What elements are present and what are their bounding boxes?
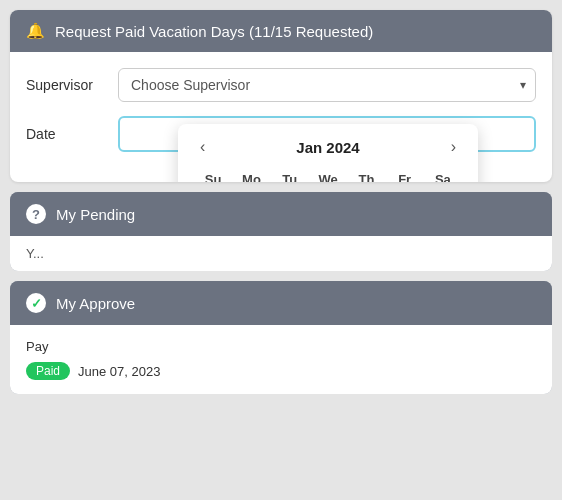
prev-month-button[interactable]: ‹ bbox=[194, 136, 211, 158]
supervisor-label: Supervisor bbox=[26, 77, 106, 93]
pending-body-text: Y... bbox=[26, 246, 44, 261]
pending-section: ? My Pending Y... bbox=[10, 192, 552, 271]
pending-header: ? My Pending bbox=[10, 192, 552, 236]
supervisor-select-wrapper: Choose Supervisor ▾ bbox=[118, 68, 536, 102]
day-header-mo: Mo bbox=[232, 168, 270, 182]
request-header: 🔔 Request Paid Vacation Days (11/15 Requ… bbox=[10, 10, 552, 52]
request-section: 🔔 Request Paid Vacation Days (11/15 Requ… bbox=[10, 10, 552, 182]
approve-section: ✓ My Approve Pay Paid June 07, 2023 bbox=[10, 281, 552, 394]
day-header-we: We bbox=[309, 168, 347, 182]
day-header-su: Su bbox=[194, 168, 232, 182]
bell-icon: 🔔 bbox=[26, 22, 45, 40]
calendar-month-year: Jan 2024 bbox=[296, 139, 359, 156]
check-icon: ✓ bbox=[26, 293, 46, 313]
day-header-th: Th bbox=[347, 168, 385, 182]
pending-title: My Pending bbox=[56, 206, 135, 223]
request-title: Request Paid Vacation Days (11/15 Reques… bbox=[55, 23, 373, 40]
day-header-fr: Fr bbox=[386, 168, 424, 182]
pending-body: Y... bbox=[10, 236, 552, 271]
calendar-popup: ‹ Jan 2024 › Su Mo Tu We Th Fr bbox=[178, 124, 478, 182]
approve-date: June 07, 2023 bbox=[78, 364, 160, 379]
approve-date-row: Paid June 07, 2023 bbox=[26, 358, 536, 384]
approve-header: ✓ My Approve bbox=[10, 281, 552, 325]
approve-body: Pay Paid June 07, 2023 bbox=[10, 325, 552, 394]
question-icon: ? bbox=[26, 204, 46, 224]
request-form: Supervisor Choose Supervisor ▾ Date ‹ Ja… bbox=[10, 52, 552, 182]
approve-title: My Approve bbox=[56, 295, 135, 312]
calendar-grid: Su Mo Tu We Th Fr Sa 3112345678910111213… bbox=[194, 168, 462, 182]
paid-badge: Paid bbox=[26, 362, 70, 380]
calendar-days-header: Su Mo Tu We Th Fr Sa bbox=[194, 168, 462, 182]
pay-label: Pay bbox=[26, 339, 48, 354]
date-row: Date ‹ Jan 2024 › Su Mo bbox=[26, 116, 536, 152]
day-header-sa: Sa bbox=[424, 168, 462, 182]
calendar-header: ‹ Jan 2024 › bbox=[194, 136, 462, 158]
approve-pay-row: Pay bbox=[26, 335, 536, 358]
supervisor-select[interactable]: Choose Supervisor bbox=[118, 68, 536, 102]
day-header-tu: Tu bbox=[271, 168, 309, 182]
next-month-button[interactable]: › bbox=[445, 136, 462, 158]
date-label: Date bbox=[26, 126, 106, 142]
supervisor-row: Supervisor Choose Supervisor ▾ bbox=[26, 68, 536, 102]
date-input-container: ‹ Jan 2024 › Su Mo Tu We Th Fr bbox=[118, 116, 536, 152]
